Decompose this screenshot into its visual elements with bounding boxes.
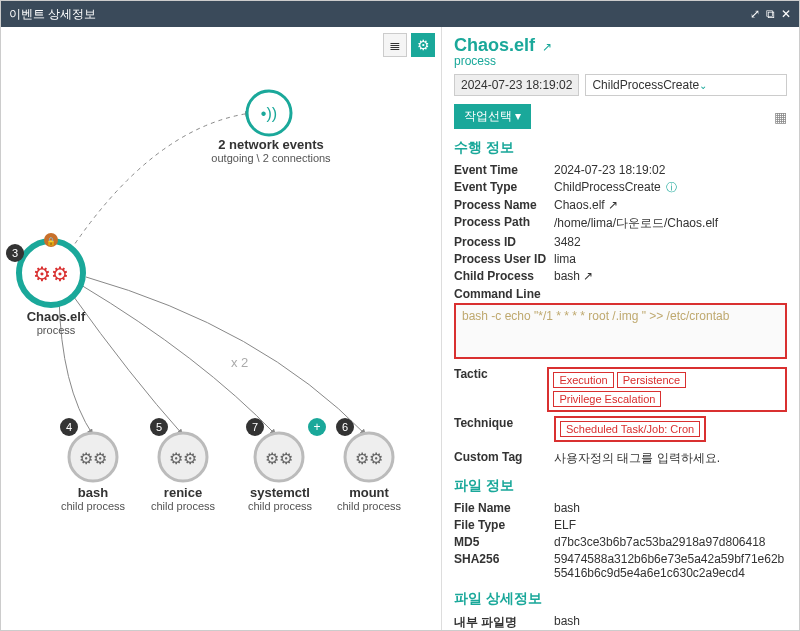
svg-text:⚙⚙: ⚙⚙ [33,263,69,285]
titlebar: 이벤트 상세정보 ⤢ ⧉ ✕ [1,1,799,27]
process-path-value: /home/lima/다운로드/Chaos.elf [554,215,787,232]
edge-multiplier: x 2 [231,355,248,370]
sha256-value: 59474588a312b6b6e73e5a42a59bf71e62b55416… [554,552,787,580]
network-node-label: 2 network events outgoing \ 2 connection… [201,137,341,164]
tactic-tags: Execution Persistence Privilege Escalati… [547,367,787,412]
calendar-icon[interactable]: ▦ [774,109,787,125]
external-link-icon: ↗ [608,198,618,212]
child-node-label: mountchild process [329,485,409,512]
detail-panel: Chaos.elf ↗ process 2024-07-23 18:19:02 … [441,27,799,631]
process-uid-value: lima [554,252,787,266]
child-node: ⚙⚙ 7 + [246,418,326,481]
svg-text:⚙⚙: ⚙⚙ [355,450,383,467]
gear-icon[interactable]: ⚙ [411,33,435,57]
event-time-value: 2024-07-23 18:19:02 [554,163,787,177]
child-node-label: systemctlchild process [235,485,325,512]
svg-text:5: 5 [156,421,162,433]
popout-icon[interactable]: ⧉ [766,7,775,21]
svg-text:+: + [313,420,320,434]
process-id-value: 3482 [554,235,787,249]
graph-canvas[interactable]: ≣ ⚙ x 2 •)) ⚙⚙ 🔒 3 [1,27,441,631]
custom-tag-input[interactable]: 사용자정의 태그를 입력하세요. [554,450,787,467]
svg-text:4: 4 [66,421,72,433]
external-link-icon: ↗ [583,269,593,283]
technique-tag[interactable]: Scheduled Task/Job: Cron [560,421,700,437]
md5-value[interactable]: d7bc3ce3b6b7ac53ba2918a97d806418 [554,535,787,549]
section-file-info: 파일 정보 [454,477,787,495]
svg-text:⚙⚙: ⚙⚙ [79,450,107,467]
center-node-label: Chaos.elf process [11,309,101,336]
window-title: 이벤트 상세정보 [9,6,96,23]
command-line-box[interactable]: bash -c echo "*/1 * * * * root /.img " >… [454,303,787,359]
svg-text:⚙⚙: ⚙⚙ [265,450,293,467]
tactic-tag[interactable]: Execution [553,372,613,388]
close-icon[interactable]: ✕ [781,7,791,21]
chevron-down-icon: ⌄ [699,80,707,91]
panel-subtitle: process [454,54,787,68]
technique-tags: Scheduled Task/Job: Cron [554,416,706,442]
section-exec-info: 수행 정보 [454,139,787,157]
svg-text:•)): •)) [261,105,277,122]
section-file-detail: 파일 상세정보 [454,590,787,608]
action-select-button[interactable]: 작업선택 ▾ [454,104,531,129]
external-link-icon[interactable]: ↗ [542,40,552,54]
svg-text:6: 6 [342,421,348,433]
svg-text:⚙⚙: ⚙⚙ [169,450,197,467]
child-process-link[interactable]: bash ↗ [554,269,787,283]
svg-text:7: 7 [252,421,258,433]
event-type-select[interactable]: ChildProcessCreate⌄ [585,74,787,96]
event-type-value: ChildProcessCreate ⓘ [554,180,787,195]
child-node: ⚙⚙ 5 [150,418,207,481]
panel-title: Chaos.elf [454,35,535,56]
svg-text:3: 3 [12,247,18,259]
child-node-label: renicechild process [143,485,223,512]
list-view-icon[interactable]: ≣ [383,33,407,57]
file-type-value: ELF [554,518,787,532]
file-name-link[interactable]: bash [554,501,787,515]
tactic-tag[interactable]: Privilege Escalation [553,391,661,407]
svg-text:🔒: 🔒 [46,236,56,246]
expand-icon[interactable]: ⤢ [750,7,760,21]
info-icon[interactable]: ⓘ [666,181,677,193]
tactic-tag[interactable]: Persistence [617,372,686,388]
child-node: ⚙⚙ 6 [336,418,393,481]
process-name-link[interactable]: Chaos.elf ↗ [554,198,787,212]
internal-name-value: bash [554,614,787,631]
event-timestamp: 2024-07-23 18:19:02 [454,74,579,96]
command-line-label: Command Line [454,287,787,301]
child-node-label: bashchild process [53,485,133,512]
